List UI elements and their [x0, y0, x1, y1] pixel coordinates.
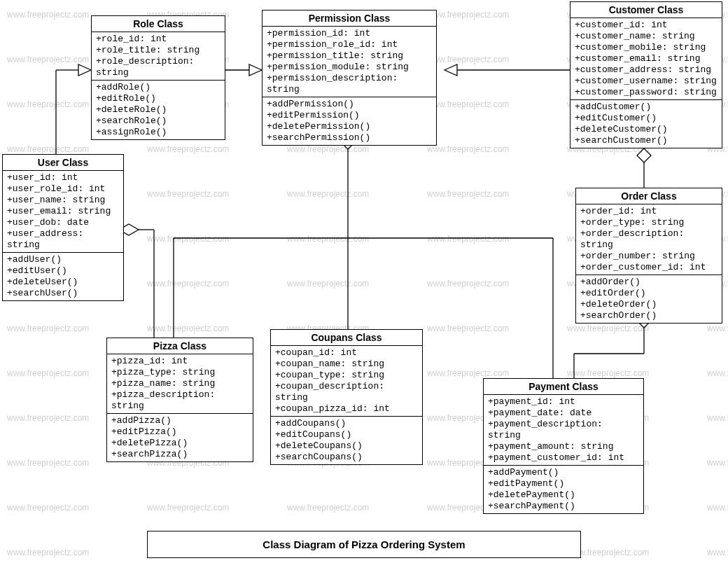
uml-title: Order Class: [576, 188, 722, 204]
uml-class-customer: Customer Class +customer_id: int+custome…: [570, 1, 722, 148]
uml-title: Pizza Class: [107, 338, 253, 354]
uml-class-pizza: Pizza Class +pizza_id: int+pizza_type: s…: [106, 338, 253, 462]
uml-ops: +addPizza()+editPizza()+deletePizza()+se…: [107, 414, 253, 461]
uml-class-permission: Permission Class +permission_id: int+per…: [262, 10, 437, 146]
uml-attrs: +user_id: int+user_role_id: int+user_nam…: [3, 171, 123, 253]
uml-ops: +addOrder()+editOrder()+deleteOrder()+se…: [576, 275, 722, 323]
uml-title: Role Class: [92, 16, 225, 32]
uml-attrs: +payment_id: int+payment_date: date+paym…: [484, 395, 643, 466]
diagram-caption: Class Diagram of Pizza Ordering System: [147, 531, 581, 558]
uml-attrs: +customer_id: int+customer_name: string+…: [570, 18, 722, 100]
uml-title: Coupans Class: [271, 330, 422, 346]
uml-ops: +addCoupans()+editCoupans()+deleteCoupan…: [271, 417, 422, 464]
uml-attrs: +permission_id: int+permission_role_id: …: [262, 27, 436, 97]
uml-ops: +addPayment()+editPayment()+deletePaymen…: [484, 466, 643, 513]
uml-attrs: +order_id: int+order_type: string+order_…: [576, 204, 722, 275]
uml-class-role: Role Class +role_id: int+role_title: str…: [91, 15, 225, 140]
uml-class-order: Order Class +order_id: int+order_type: s…: [575, 188, 722, 324]
uml-ops: +addRole()+editRole()+deleteRole()+searc…: [92, 81, 225, 139]
uml-title: User Class: [3, 155, 123, 171]
uml-class-coupans: Coupans Class +coupan_id: int+coupan_nam…: [270, 329, 423, 465]
uml-title: Permission Class: [262, 11, 436, 27]
uml-attrs: +pizza_id: int+pizza_type: string+pizza_…: [107, 354, 253, 414]
uml-attrs: +coupan_id: int+coupan_name: string+coup…: [271, 346, 422, 417]
uml-ops: +addPermission()+editPermission()+delete…: [262, 97, 436, 145]
uml-attrs: +role_id: int+role_title: string+role_de…: [92, 32, 225, 81]
uml-ops: +addUser()+editUser()+deleteUser()+searc…: [3, 253, 123, 300]
uml-title: Payment Class: [484, 379, 643, 395]
uml-class-payment: Payment Class +payment_id: int+payment_d…: [483, 378, 644, 514]
uml-ops: +addCustomer()+editCustomer()+deleteCust…: [570, 100, 722, 148]
uml-title: Customer Class: [570, 2, 722, 18]
uml-class-user: User Class +user_id: int+user_role_id: i…: [2, 154, 124, 301]
